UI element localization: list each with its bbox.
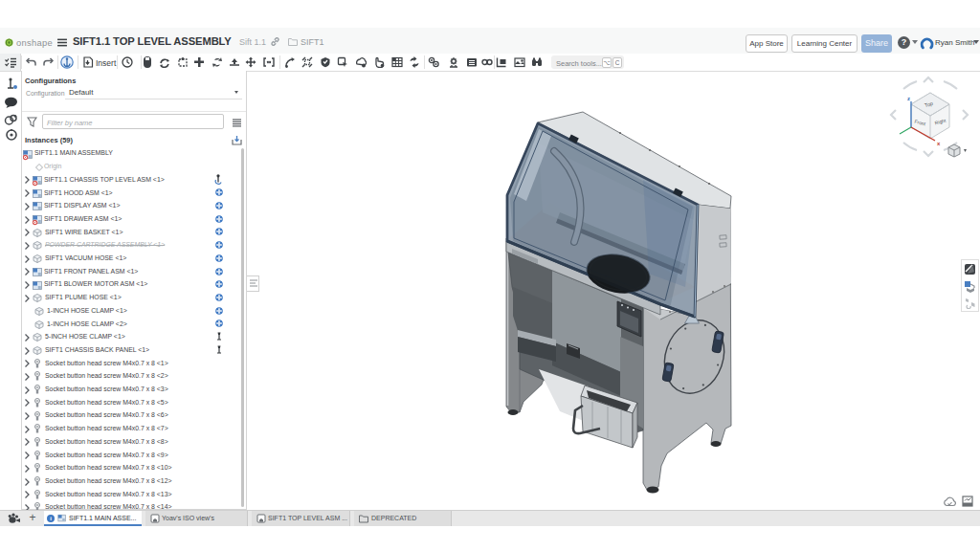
svg-text:x: x xyxy=(937,141,941,146)
svg-text:z: z xyxy=(907,96,910,101)
